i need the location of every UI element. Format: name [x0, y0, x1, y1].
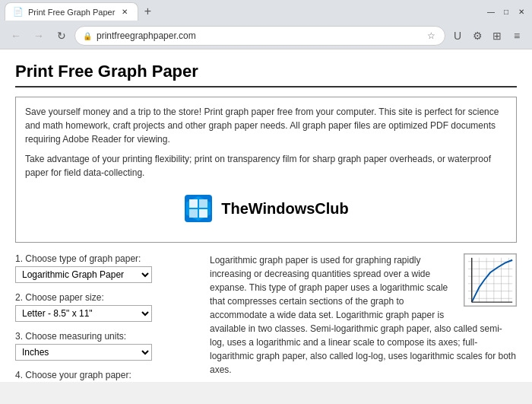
tab-label: Print Free Graph Paper	[28, 8, 115, 17]
address-bar[interactable]: 🔒 printfreegraphpaper.com ☆	[74, 26, 445, 46]
settings-icon[interactable]: ⚙	[468, 27, 486, 45]
svg-rect-2	[189, 199, 198, 208]
step2-label: 2. Choose paper size:	[15, 292, 198, 303]
menu-icon[interactable]: ≡	[508, 27, 526, 45]
logo-area: TheWindowsClub	[25, 186, 507, 234]
units-select[interactable]: Inches Centimeters	[15, 344, 152, 361]
url-text: printfreegraphpaper.com	[97, 30, 420, 41]
left-panel: 1. Choose type of graph paper: Logarithm…	[15, 253, 198, 382]
svg-rect-3	[199, 199, 207, 208]
step3-section: 3. Choose measuring units: Inches Centim…	[15, 331, 198, 361]
apps-icon[interactable]: ⊞	[488, 27, 506, 45]
close-button[interactable]: ✕	[515, 5, 527, 17]
window-controls: — □ ✕	[485, 5, 527, 17]
main-content: 1. Choose type of graph paper: Logarithm…	[15, 253, 517, 382]
tab-close-button[interactable]: ✕	[119, 7, 130, 17]
paper-size-select[interactable]: Letter - 8.5" x 11" A4 Legal	[15, 305, 152, 322]
page-title: Print Free Graph Paper	[15, 62, 517, 87]
logo-text: TheWindowsClub	[221, 200, 349, 218]
minimize-button[interactable]: —	[485, 5, 497, 17]
right-panel: Logarithmic graph paper is used for grap…	[210, 253, 517, 382]
new-tab-button[interactable]: +	[138, 2, 157, 21]
toolbar: U ⚙ ⊞ ≡	[448, 27, 526, 45]
tab-favicon: 📄	[13, 7, 24, 17]
browser-tab[interactable]: 📄 Print Free Graph Paper ✕	[5, 2, 138, 21]
lock-icon: 🔒	[83, 32, 92, 40]
description-text-1: Save yourself money and a trip to the st…	[25, 105, 507, 146]
description-text-2: Take advantage of your printing flexibil…	[25, 152, 507, 180]
step1-section: 1. Choose type of graph paper: Logarithm…	[15, 253, 198, 283]
log-chart-image	[464, 253, 517, 307]
forward-button[interactable]: →	[29, 26, 49, 46]
step4-section: 4. Choose your graph paper: 1/2" Semi-Lo…	[15, 370, 198, 382]
log-chart-container	[464, 253, 517, 309]
extensions-icon[interactable]: U	[448, 27, 467, 45]
step1-label: 1. Choose type of graph paper:	[15, 253, 198, 264]
step2-section: 2. Choose paper size: Letter - 8.5" x 11…	[15, 292, 198, 322]
svg-rect-5	[199, 209, 207, 218]
step3-label: 3. Choose measuring units:	[15, 331, 198, 342]
description-box: Save yourself money and a trip to the st…	[15, 97, 517, 243]
page-content: Print Free Graph Paper Save yourself mon…	[0, 49, 532, 382]
back-button[interactable]: ←	[6, 26, 26, 46]
logo-icon	[183, 193, 214, 224]
reload-button[interactable]: ↻	[52, 26, 71, 46]
graph-type-select[interactable]: Logarithmic Graph Paper Linear Graph Pap…	[15, 266, 152, 283]
navigation-bar: ← → ↻ 🔒 printfreegraphpaper.com ☆ U ⚙ ⊞ …	[0, 23, 532, 49]
step4-label: 4. Choose your graph paper:	[15, 370, 198, 380]
svg-rect-4	[189, 209, 198, 218]
bookmark-icon[interactable]: ☆	[425, 30, 437, 42]
maximize-button[interactable]: □	[500, 5, 512, 17]
